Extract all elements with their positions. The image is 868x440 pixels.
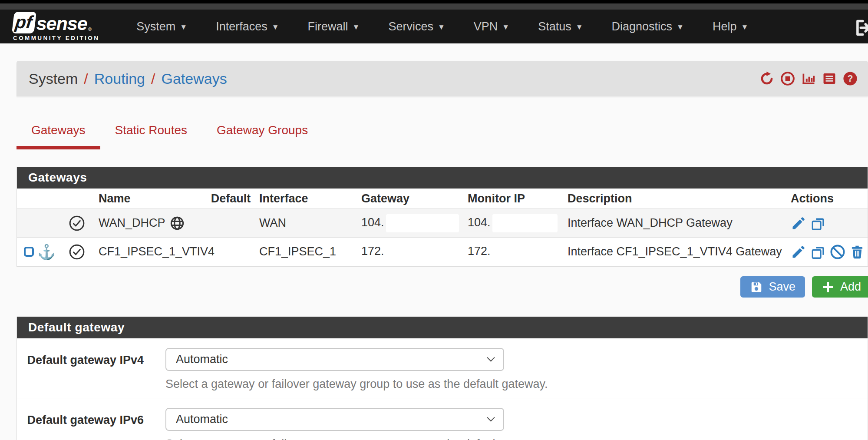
row-markers: ⚓ [17, 245, 58, 259]
breadcrumb: System / Routing / Gateways ? [17, 61, 868, 96]
nav-item-label: System [136, 20, 175, 33]
check-circle-icon [69, 244, 85, 260]
caret-down-icon: ▼ [576, 21, 583, 32]
save-button-label: Save [769, 280, 795, 294]
nav-item-interfaces[interactable]: Interfaces▼ [201, 20, 293, 33]
globe-icon [170, 216, 185, 231]
column-gateway: Gateway [358, 192, 464, 205]
nav-item-label: Diagnostics [612, 20, 673, 33]
table-row-cf1-ipsec: ⚓ CF1_IPSEC_1_VTIV4 CF1_IPSEC_1 172. 172… [17, 238, 868, 266]
table-row-wan-dhcp: WAN_DHCP WAN 104. 104. Interface WAN_DHC… [17, 209, 868, 238]
breadcrumb-actions: ? [759, 61, 858, 96]
caret-down-icon: ▼ [180, 21, 187, 32]
form-field: Automatic Select a gateway or failover g… [165, 408, 548, 440]
column-monitor-ip: Monitor IP [464, 192, 564, 205]
save-button[interactable]: Save [740, 276, 805, 298]
disable-icon[interactable] [830, 244, 845, 260]
monitor-ip-cell: 172. [464, 243, 564, 261]
logo-sense-text: sense [36, 13, 87, 33]
monitor-ip-cell: 104. [464, 214, 564, 232]
nav-item-diagnostics[interactable]: Diagnostics▼ [597, 20, 698, 33]
redaction-box [492, 243, 558, 261]
gateways-panel-title: Gateways [17, 167, 868, 189]
caret-down-icon: ▼ [438, 21, 445, 32]
chart-bar-icon[interactable] [801, 71, 816, 86]
nav-item-vpn[interactable]: VPN▼ [459, 20, 524, 33]
gateway-address-cell: 172. [358, 243, 464, 261]
copy-icon[interactable] [810, 215, 826, 231]
add-button[interactable]: Add [812, 276, 868, 298]
redaction-box [386, 243, 459, 261]
nav-item-label: Status [538, 20, 571, 33]
gateway-address: 104. [361, 216, 384, 229]
gateway-name-cell: WAN_DHCP [95, 216, 206, 231]
log-icon[interactable] [822, 71, 837, 86]
nav-item-label: Firewall [308, 20, 348, 33]
breadcrumb-separator: / [151, 70, 155, 87]
caret-down-icon: ▼ [502, 21, 509, 32]
monitor-ip: 172. [468, 245, 491, 258]
check-circle-icon [69, 215, 85, 232]
plus-icon [822, 281, 835, 294]
svg-text:?: ? [848, 73, 853, 84]
nav-item-status[interactable]: Status▼ [524, 20, 597, 33]
logo-wordmark: pf sense ® [13, 12, 99, 33]
tab-gateway-groups[interactable]: Gateway Groups [202, 123, 323, 149]
caret-down-icon: ▼ [741, 21, 748, 32]
default-gateway-panel-title: Default gateway [17, 317, 868, 338]
caret-down-icon: ▼ [272, 21, 279, 32]
breadcrumb-separator: / [84, 70, 88, 87]
row-actions [781, 215, 868, 231]
redaction-box [492, 214, 558, 232]
delete-icon[interactable] [849, 244, 865, 260]
form-field: Automatic Select a gateway or failover g… [165, 348, 548, 391]
breadcrumb-gateways-link[interactable]: Gateways [161, 70, 227, 87]
gateway-address-cell: 104. [358, 214, 464, 232]
nav-item-help[interactable]: Help▼ [698, 20, 762, 33]
stop-icon[interactable] [780, 71, 795, 86]
tab-bar: Gateways Static Routes Gateway Groups [17, 123, 868, 149]
help-text: Select a gateway or failover gateway gro… [165, 377, 548, 391]
help-icon[interactable]: ? [843, 71, 858, 86]
default-gateway-panel: Default gateway Default gateway IPv4 Aut… [17, 317, 868, 440]
breadcrumb-routing-link[interactable]: Routing [94, 70, 145, 87]
default-gateway-ipv6-select[interactable]: Automatic [165, 408, 504, 431]
column-actions: Actions [781, 192, 868, 205]
redaction-box [386, 214, 459, 232]
copy-icon[interactable] [810, 244, 826, 260]
square-marker-icon [24, 247, 34, 257]
tab-static-routes[interactable]: Static Routes [100, 123, 202, 149]
tab-gateways[interactable]: Gateways [17, 123, 100, 149]
nav-item-label: Services [388, 20, 433, 33]
column-interface: Interface [256, 192, 358, 205]
logo-registered-mark: ® [88, 26, 92, 32]
edit-icon[interactable] [791, 215, 806, 231]
refresh-icon[interactable] [759, 71, 774, 86]
default-gateway-ipv4-label: Default gateway IPv4 [17, 348, 144, 391]
nav-item-services[interactable]: Services▼ [374, 20, 459, 33]
logo-pf-badge: pf [12, 12, 36, 33]
nav-item-firewall[interactable]: Firewall▼ [294, 20, 374, 33]
top-strip [0, 0, 868, 3]
gateway-name: WAN_DHCP [99, 216, 165, 230]
nav-item-label: Help [713, 20, 737, 33]
row-actions [781, 244, 868, 260]
gateway-description: Interface CF1_IPSEC_1_VTIV4 Gateway [564, 245, 781, 258]
gateways-table-header: Name Default Interface Gateway Monitor I… [17, 189, 868, 209]
edit-icon[interactable] [791, 244, 806, 260]
nav-item-system[interactable]: System▼ [122, 20, 201, 33]
pfsense-logo[interactable]: pf sense ® COMMUNITY EDITION [13, 12, 99, 41]
default-gateway-ipv4-select[interactable]: Automatic [165, 348, 504, 371]
gateway-address: 172. [361, 245, 384, 258]
gateway-interface: WAN [256, 216, 358, 230]
logout-icon[interactable] [852, 18, 868, 36]
form-row-ipv6: Default gateway IPv6 Automatic Select a … [17, 398, 868, 440]
selected-value: Automatic [176, 413, 228, 426]
column-description: Description [564, 192, 781, 205]
button-row: Save Add [17, 276, 868, 298]
add-button-label: Add [840, 280, 861, 294]
caret-down-icon: ▼ [677, 21, 684, 32]
gateway-status-cell [58, 244, 95, 260]
nav-menu: System▼ Interfaces▼ Firewall▼ Services▼ … [122, 20, 762, 33]
default-gateway-ipv6-label: Default gateway IPv6 [17, 408, 144, 440]
